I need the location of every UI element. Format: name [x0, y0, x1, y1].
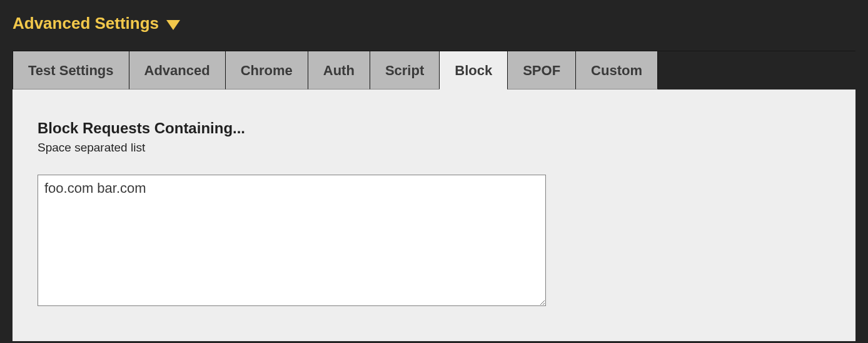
section-header[interactable]: Advanced Settings: [13, 14, 855, 33]
chevron-down-icon: [166, 20, 180, 30]
tab-advanced[interactable]: Advanced: [129, 51, 226, 90]
tab-test-settings[interactable]: Test Settings: [13, 51, 129, 90]
tabs: Test Settings Advanced Chrome Auth Scrip…: [13, 51, 855, 90]
tab-script[interactable]: Script: [370, 51, 440, 90]
tab-chrome[interactable]: Chrome: [225, 51, 308, 90]
tab-block[interactable]: Block: [439, 51, 508, 90]
tab-auth[interactable]: Auth: [308, 51, 370, 90]
tab-spof[interactable]: SPOF: [507, 51, 576, 90]
panel-heading: Block Requests Containing...: [38, 120, 830, 137]
tab-custom[interactable]: Custom: [575, 51, 658, 90]
block-domains-textarea[interactable]: foo.com bar.com: [38, 175, 546, 306]
section-title: Advanced Settings: [13, 14, 159, 33]
panel-block: Block Requests Containing... Space separ…: [13, 90, 855, 341]
panel-subheading: Space separated list: [38, 141, 830, 155]
